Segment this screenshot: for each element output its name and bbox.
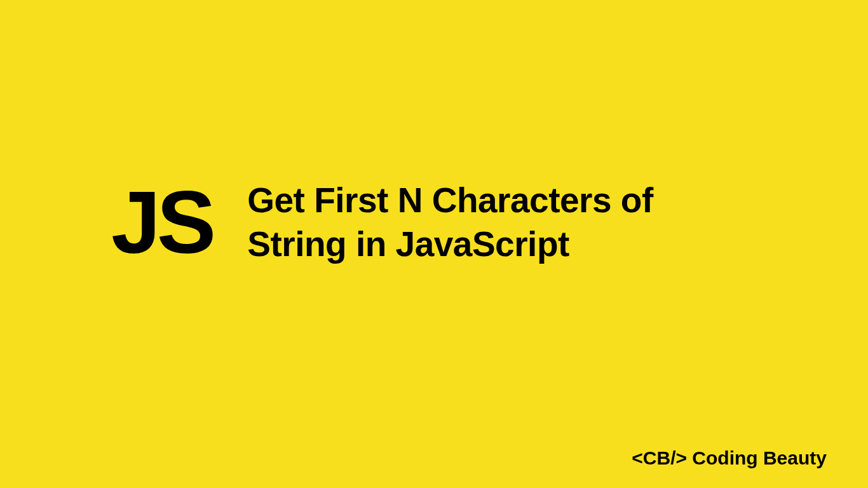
- js-logo: JS: [111, 178, 212, 267]
- brand-signature: <CB/> Coding Beauty: [632, 447, 827, 469]
- title-line-1: Get First N Characters of: [247, 179, 653, 222]
- article-title: Get First N Characters of String in Java…: [247, 179, 653, 266]
- title-line-2: String in JavaScript: [247, 222, 653, 266]
- hero-content: JS Get First N Characters of String in J…: [111, 178, 653, 267]
